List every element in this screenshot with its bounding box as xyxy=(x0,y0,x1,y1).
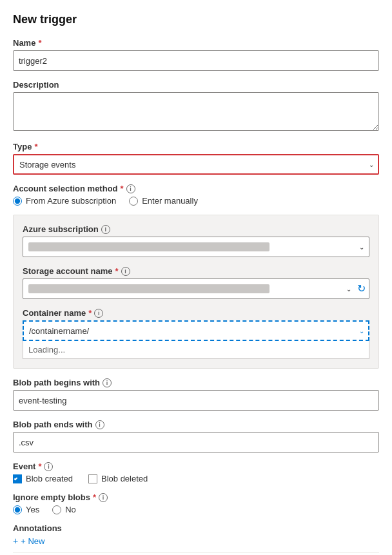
event-group: Event * i Blob created Blob deleted xyxy=(13,462,379,483)
account-selection-label: Account selection method * i xyxy=(13,184,379,193)
container-select-inner: /containername/ ⌄ xyxy=(23,320,369,341)
ignore-empty-info-icon[interactable]: i xyxy=(99,493,108,502)
ignore-empty-radio-group: Yes No xyxy=(13,505,379,514)
ignore-empty-label: Ignore empty blobs * i xyxy=(13,492,379,502)
account-selection-radio-group: From Azure subscription Enter manually xyxy=(13,196,379,206)
azure-subscription-placeholder xyxy=(28,242,270,251)
radio-no-text: No xyxy=(65,505,76,514)
azure-fields-box: Azure subscription i ⌄ Storage account n… xyxy=(13,215,379,369)
blob-path-begins-group: Blob path begins with i xyxy=(13,378,379,411)
type-field-group: Type * Storage events ⌄ xyxy=(13,142,379,175)
blob-created-check-mark xyxy=(14,476,18,480)
blob-created-text: Blob created xyxy=(26,474,73,483)
description-label: Description xyxy=(13,80,379,90)
container-name-group: Container name * i /containername/ ⌄ Loa… xyxy=(23,308,369,359)
azure-subscription-group: Azure subscription i ⌄ xyxy=(23,224,369,257)
blob-path-begins-info-icon[interactable]: i xyxy=(103,378,112,387)
radio-manual-text: Enter manually xyxy=(142,196,198,206)
storage-account-select-wrapper: ⌄ ↻ xyxy=(23,278,369,299)
azure-subscription-info-icon[interactable]: i xyxy=(101,225,110,234)
type-select[interactable]: Storage events xyxy=(13,154,379,175)
add-new-button[interactable]: + + New xyxy=(13,536,44,546)
azure-subscription-select[interactable] xyxy=(23,237,369,257)
event-label: Event * i xyxy=(13,462,379,471)
blob-path-ends-input[interactable] xyxy=(13,432,379,453)
account-selection-group: Account selection method * i From Azure … xyxy=(13,184,379,206)
blob-deleted-checkbox[interactable] xyxy=(88,474,97,483)
event-checkbox-group: Blob created Blob deleted xyxy=(13,474,379,483)
storage-account-label: Storage account name * i xyxy=(23,266,369,276)
page-title: New trigger xyxy=(13,13,379,26)
radio-azure-input[interactable] xyxy=(13,197,22,206)
container-name-label: Container name * i xyxy=(23,308,369,318)
annotations-label: Annotations xyxy=(13,523,379,533)
radio-azure-label[interactable]: From Azure subscription xyxy=(13,196,116,206)
add-new-label: + New xyxy=(21,536,44,546)
account-selection-info-icon[interactable]: i xyxy=(126,184,135,193)
radio-no-input[interactable] xyxy=(52,505,61,514)
annotations-divider xyxy=(13,552,379,553)
container-select-wrapper: /containername/ ⌄ Loading... xyxy=(23,320,369,359)
radio-azure-text: From Azure subscription xyxy=(26,196,116,206)
plus-icon: + xyxy=(13,536,18,546)
radio-manual-input[interactable] xyxy=(129,197,138,206)
storage-account-group: Storage account name * i ⌄ ↻ xyxy=(23,266,369,299)
name-input[interactable] xyxy=(13,50,379,71)
container-name-info-icon[interactable]: i xyxy=(94,309,103,318)
container-loading-text: Loading... xyxy=(28,345,65,355)
blob-deleted-label[interactable]: Blob deleted xyxy=(88,474,148,483)
storage-account-placeholder xyxy=(28,284,270,293)
ignore-empty-group: Ignore empty blobs * i Yes No xyxy=(13,492,379,514)
radio-yes-input[interactable] xyxy=(13,505,22,514)
blob-path-ends-group: Blob path ends with i xyxy=(13,420,379,453)
annotations-group: Annotations + + New xyxy=(13,523,379,553)
blob-path-ends-info-icon[interactable]: i xyxy=(95,420,104,429)
container-name-value: /containername/ xyxy=(29,326,89,336)
blob-deleted-text: Blob deleted xyxy=(101,474,148,483)
storage-account-refresh-icon[interactable]: ↻ xyxy=(357,284,366,294)
event-info-icon[interactable]: i xyxy=(44,462,53,471)
blob-path-begins-label: Blob path begins with i xyxy=(13,378,379,387)
blob-created-checkbox[interactable] xyxy=(13,474,22,483)
radio-no-label[interactable]: No xyxy=(52,505,76,514)
azure-subscription-select-wrapper: ⌄ xyxy=(23,237,369,257)
storage-account-info-icon[interactable]: i xyxy=(121,267,130,276)
container-select[interactable]: /containername/ xyxy=(23,320,369,341)
name-label: Name * xyxy=(13,38,379,48)
azure-subscription-label: Azure subscription i xyxy=(23,224,369,234)
blob-path-begins-input[interactable] xyxy=(13,390,379,411)
blob-created-label[interactable]: Blob created xyxy=(13,474,73,483)
blob-path-ends-label: Blob path ends with i xyxy=(13,420,379,429)
radio-manual-label[interactable]: Enter manually xyxy=(129,196,198,206)
storage-account-select[interactable] xyxy=(23,278,369,299)
description-field-group: Description xyxy=(13,80,379,133)
type-select-wrapper: Storage events ⌄ xyxy=(13,154,379,175)
radio-yes-text: Yes xyxy=(26,505,39,514)
radio-yes-label[interactable]: Yes xyxy=(13,505,39,514)
description-input[interactable] xyxy=(13,92,379,131)
container-dropdown-popup: Loading... xyxy=(23,341,369,359)
name-field-group: Name * xyxy=(13,38,379,71)
type-label: Type * xyxy=(13,142,379,151)
